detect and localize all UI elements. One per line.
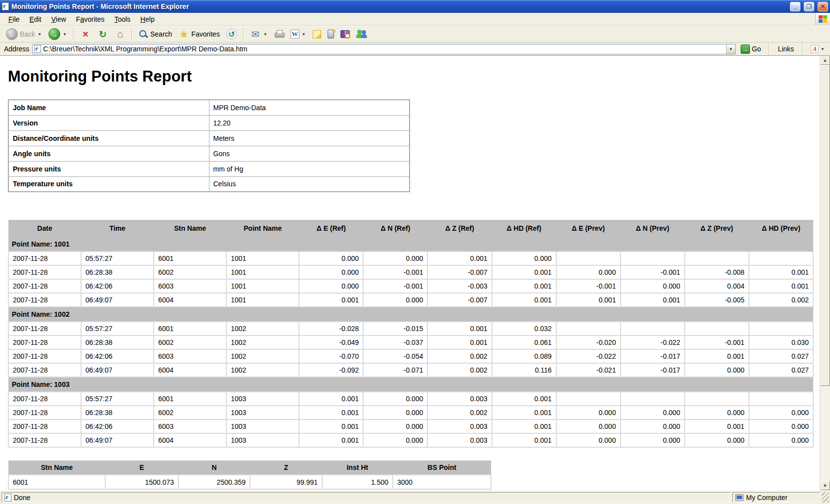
info-label: Temperature units (8, 176, 209, 192)
research-button[interactable] (337, 29, 353, 40)
adobe-pdf-button[interactable]: A ▼ (809, 45, 827, 53)
table-cell: 0.000 (685, 363, 749, 377)
table-cell: 1002 (226, 336, 299, 349)
table-cell: 1002 (226, 363, 299, 377)
table-cell: 0.001 (685, 420, 749, 433)
table-cell: 6003 (154, 279, 226, 293)
table-cell: -0.005 (685, 293, 749, 307)
refresh-button[interactable]: ↻ (94, 27, 111, 41)
group-header-label: Point Name: 1003 (8, 377, 813, 392)
go-button[interactable]: → Go (739, 44, 763, 54)
close-button[interactable]: ✕ (818, 2, 828, 11)
table-cell: 2007-11-28 (8, 293, 81, 307)
table-cell: 2007-11-28 (8, 279, 81, 293)
table-cell: 0.002 (427, 363, 492, 377)
table-row: 2007-11-2806:42:0660031002-0.070-0.0540.… (8, 349, 813, 363)
table-cell: -0.049 (299, 336, 363, 349)
pdf-dropdown-icon[interactable]: ▼ (820, 47, 825, 51)
table-cell: 0.001 (299, 392, 363, 406)
edit-with-word-button[interactable]: W ▼ (288, 28, 309, 40)
group-row: Point Name: 1003 (8, 377, 813, 392)
links-button[interactable]: Links (775, 45, 797, 53)
windows-logo (815, 13, 830, 25)
table-cell: 0.003 (427, 392, 492, 406)
history-button[interactable]: ↺ (223, 27, 240, 41)
menu-item-tools[interactable]: Tools (110, 14, 135, 25)
back-dropdown-icon[interactable]: ▼ (37, 32, 42, 37)
mail-button[interactable]: ✉ ▼ (247, 27, 271, 41)
table-cell: 6003 (154, 420, 226, 433)
menu-item-edit[interactable]: Edit (25, 14, 46, 25)
stop-button[interactable]: × (77, 27, 94, 41)
resize-grip[interactable] (822, 492, 829, 503)
table-cell: 0.001 (492, 392, 556, 406)
address-input[interactable]: C:\Breuer\Technik\XML Programming\Export… (32, 44, 735, 54)
table-cell: -0.070 (299, 349, 363, 363)
back-button[interactable]: ← Back ▼ (3, 27, 45, 42)
table-cell: 0.001 (492, 293, 556, 307)
home-button[interactable]: ⌂ (112, 27, 128, 41)
menu-item-file[interactable]: File (4, 14, 24, 25)
scroll-down-button[interactable]: ▼ (820, 481, 830, 490)
addressbar-separator (768, 42, 769, 55)
table-row: 2007-11-2806:42:06600310030.0010.0000.00… (8, 420, 813, 433)
scroll-up-button[interactable]: ▲ (820, 56, 830, 65)
forward-button[interactable]: → ▼ (45, 27, 70, 42)
info-row: Version12.20 (8, 115, 410, 130)
table-cell: 0.000 (363, 406, 427, 420)
table-cell: 05:57:27 (81, 322, 154, 336)
smart-tag-button[interactable] (325, 28, 337, 40)
table-cell: 06:28:38 (81, 406, 154, 420)
table-cell: 0.000 (363, 293, 427, 307)
status-page-icon (4, 494, 11, 502)
menu-item-view[interactable]: View (47, 14, 71, 25)
my-computer-icon (735, 494, 744, 501)
edit-dropdown-icon[interactable]: ▼ (301, 32, 306, 37)
scrollbar-thumb[interactable] (820, 65, 830, 386)
table-cell: 0.000 (363, 252, 427, 265)
table-cell: 1003 (226, 420, 299, 433)
status-text: Done (14, 494, 30, 502)
messenger-button[interactable] (353, 28, 370, 40)
group-header-label: Point Name: 1002 (8, 307, 813, 322)
menu-item-help[interactable]: Help (136, 14, 159, 25)
favorites-label: Favorites (191, 30, 220, 38)
table-cell: 0.116 (492, 363, 556, 377)
table-cell: 05:57:27 (81, 392, 154, 406)
vertical-scrollbar[interactable]: ▲ ▼ (820, 56, 830, 490)
table-row: 2007-11-2806:49:07600410010.0010.000-0.0… (8, 293, 813, 307)
table-cell: 1002 (226, 349, 299, 363)
restore-button[interactable]: ❐ (804, 2, 814, 11)
table-cell: 0.000 (556, 433, 621, 447)
print-button[interactable] (271, 29, 287, 40)
menu-item-favorites[interactable]: Favorites (72, 14, 109, 25)
table-cell (556, 392, 621, 406)
minimize-button[interactable]: _ (790, 2, 800, 11)
table-cell: 1.500 (322, 475, 393, 489)
notes-button[interactable] (310, 29, 324, 40)
table-cell (556, 322, 621, 336)
content-area: Monitoring Points Report Job NameMPR Dem… (0, 56, 830, 490)
address-value: C:\Breuer\Technik\XML Programming\Export… (43, 45, 724, 53)
scrollbar-track[interactable] (820, 65, 830, 481)
mail-dropdown-icon[interactable]: ▼ (263, 32, 268, 37)
table-cell: 2007-11-28 (8, 322, 81, 336)
report-info-table: Job NameMPR Demo-DataVersion12.20Distanc… (8, 99, 410, 192)
table-cell: 06:42:06 (81, 279, 154, 293)
column-header: N (178, 461, 250, 475)
table-cell: -0.022 (556, 349, 621, 363)
address-dropdown-button[interactable]: ▼ (726, 44, 735, 54)
table-cell: 3000 (393, 475, 491, 489)
favorites-button[interactable]: ★ Favorites (175, 27, 223, 41)
search-button[interactable]: Search (135, 28, 175, 41)
table-cell: 1002 (226, 322, 299, 336)
forward-dropdown-icon[interactable]: ▼ (62, 32, 67, 37)
table-row: 2007-11-2806:42:06600310010.000-0.001-0.… (8, 279, 813, 293)
table-cell: 0.001 (492, 279, 556, 293)
table-cell: 0.027 (749, 363, 813, 377)
table-cell (556, 252, 621, 265)
table-cell: 06:28:38 (81, 336, 154, 349)
table-cell: 0.000 (363, 433, 427, 447)
table-row: 2007-11-2806:28:38600210030.0010.0000.00… (8, 406, 813, 420)
table-cell: 2007-11-28 (8, 392, 81, 406)
